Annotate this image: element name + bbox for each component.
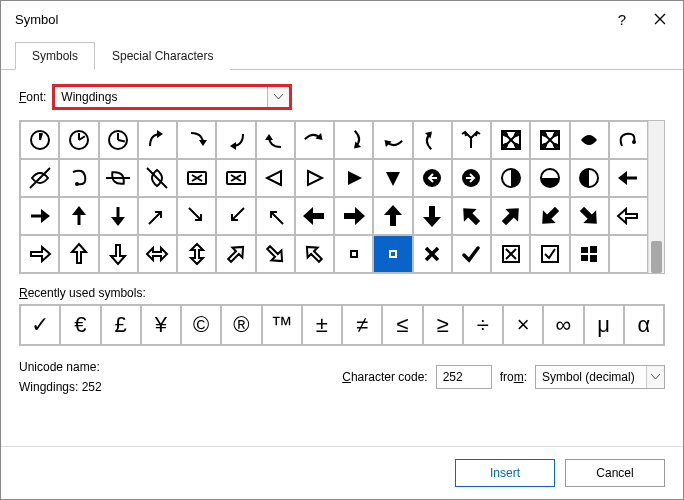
symbol-cell[interactable] (491, 121, 530, 159)
symbol-cell[interactable] (59, 197, 98, 235)
info-row: Unicode name: Wingdings: 252 Character c… (19, 360, 665, 394)
recent-symbol-cell[interactable]: ÷ (463, 305, 503, 345)
tab-strip: Symbols Special Characters (1, 37, 683, 70)
symbol-cell[interactable] (570, 197, 609, 235)
symbol-cell[interactable] (177, 197, 216, 235)
symbol-cell[interactable] (177, 235, 216, 273)
symbol-cell[interactable] (570, 121, 609, 159)
symbol-cell[interactable] (256, 159, 295, 197)
symbol-cell[interactable] (20, 197, 59, 235)
grid-scrollbar[interactable] (648, 121, 664, 273)
symbol-cell[interactable] (413, 235, 452, 273)
symbol-cell[interactable] (216, 121, 255, 159)
recent-symbol-cell[interactable]: α (624, 305, 664, 345)
recent-symbol-cell[interactable]: ¥ (141, 305, 181, 345)
symbol-cell[interactable] (373, 159, 412, 197)
symbol-cell[interactable] (609, 121, 648, 159)
font-dropdown[interactable]: Wingdings (52, 84, 292, 110)
scrollbar-thumb[interactable] (651, 241, 662, 273)
symbol-cell[interactable] (530, 235, 569, 273)
symbol-cell[interactable] (138, 159, 177, 197)
symbol-cell[interactable] (334, 197, 373, 235)
symbol-cell[interactable] (452, 235, 491, 273)
symbol-cell[interactable] (216, 197, 255, 235)
symbol-cell[interactable] (609, 235, 648, 273)
symbol-cell[interactable] (99, 121, 138, 159)
from-dropdown[interactable]: Symbol (decimal) (535, 365, 665, 389)
symbol-cell[interactable] (530, 197, 569, 235)
tab-symbols[interactable]: Symbols (15, 42, 95, 70)
recent-symbol-cell[interactable]: μ (584, 305, 624, 345)
symbol-cell[interactable] (609, 159, 648, 197)
symbol-cell[interactable] (452, 121, 491, 159)
symbol-cell[interactable] (295, 235, 334, 273)
unicode-name-value: Wingdings: 252 (19, 380, 334, 394)
symbol-cell[interactable] (452, 159, 491, 197)
symbol-cell[interactable] (491, 235, 530, 273)
tab-special-characters[interactable]: Special Characters (95, 42, 230, 70)
symbol-cell[interactable] (413, 197, 452, 235)
symbol-cell[interactable] (99, 235, 138, 273)
symbol-cell[interactable] (138, 197, 177, 235)
close-button[interactable] (641, 4, 679, 34)
recent-symbol-cell[interactable]: ± (302, 305, 342, 345)
symbol-cell[interactable] (295, 121, 334, 159)
symbol-cell[interactable] (177, 159, 216, 197)
recent-symbol-cell[interactable]: ™ (262, 305, 302, 345)
recent-symbol-cell[interactable]: ✓ (20, 305, 60, 345)
symbol-cell[interactable] (216, 159, 255, 197)
symbol-cell[interactable] (373, 235, 412, 273)
symbol-cell[interactable] (334, 121, 373, 159)
symbol-cell[interactable] (530, 159, 569, 197)
symbol-cell[interactable] (20, 121, 59, 159)
symbol-cell[interactable] (216, 235, 255, 273)
help-button[interactable]: ? (603, 4, 641, 34)
recent-symbol-cell[interactable]: × (503, 305, 543, 345)
symbol-cell[interactable] (530, 121, 569, 159)
symbol-cell[interactable] (570, 235, 609, 273)
symbol-cell[interactable] (570, 159, 609, 197)
symbol-cell[interactable] (59, 159, 98, 197)
symbol-cell[interactable] (413, 121, 452, 159)
symbol-cell[interactable] (99, 159, 138, 197)
symbol-cell[interactable] (295, 159, 334, 197)
symbol-cell[interactable] (20, 235, 59, 273)
symbol-cell[interactable] (138, 121, 177, 159)
recent-symbol-cell[interactable]: © (181, 305, 221, 345)
symbol-cell[interactable] (334, 159, 373, 197)
character-code-input[interactable]: 252 (436, 365, 492, 389)
cancel-button[interactable]: Cancel (565, 459, 665, 487)
symbol-cell[interactable] (452, 197, 491, 235)
recent-symbol-cell[interactable]: ® (221, 305, 261, 345)
symbol-cell[interactable] (99, 197, 138, 235)
recent-symbol-cell[interactable]: € (60, 305, 100, 345)
symbol-grid[interactable] (20, 121, 648, 273)
recent-symbol-cell[interactable]: ≥ (423, 305, 463, 345)
symbol-cell[interactable] (256, 121, 295, 159)
recent-symbols-grid[interactable]: ✓€£¥©®™±≠≤≥÷×∞μα (19, 304, 665, 346)
symbol-grid-container (19, 120, 665, 274)
charcode-label: Character code: (342, 370, 427, 384)
symbol-cell[interactable] (20, 159, 59, 197)
insert-button[interactable]: Insert (455, 459, 555, 487)
symbol-cell[interactable] (59, 235, 98, 273)
symbol-cell[interactable] (373, 197, 412, 235)
unicode-name-label: Unicode name: (19, 360, 334, 374)
recent-symbol-cell[interactable]: ≠ (342, 305, 382, 345)
symbol-cell[interactable] (256, 235, 295, 273)
symbol-cell[interactable] (413, 159, 452, 197)
symbol-cell[interactable] (491, 159, 530, 197)
recent-symbol-cell[interactable]: ∞ (543, 305, 583, 345)
svg-rect-14 (351, 251, 357, 257)
recent-symbol-cell[interactable]: ≤ (382, 305, 422, 345)
symbol-cell[interactable] (609, 197, 648, 235)
symbol-cell[interactable] (177, 121, 216, 159)
symbol-cell[interactable] (59, 121, 98, 159)
symbol-cell[interactable] (256, 197, 295, 235)
symbol-cell[interactable] (491, 197, 530, 235)
symbol-cell[interactable] (373, 121, 412, 159)
recent-symbol-cell[interactable]: £ (101, 305, 141, 345)
symbol-cell[interactable] (334, 235, 373, 273)
symbol-cell[interactable] (295, 197, 334, 235)
symbol-cell[interactable] (138, 235, 177, 273)
